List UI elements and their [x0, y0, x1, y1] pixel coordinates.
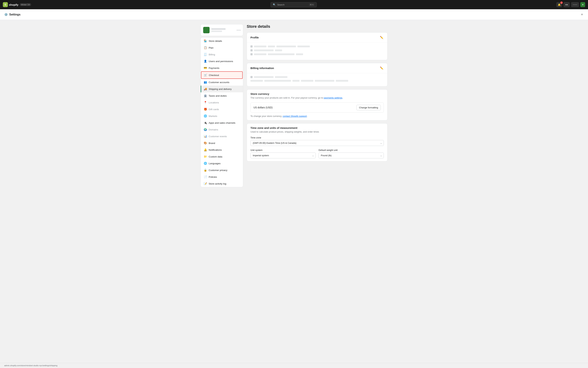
profile-card: Profile ✏️	[247, 32, 387, 60]
change-formatting-button[interactable]: Change formatting	[356, 105, 381, 110]
search-shortcut: ⌘ K	[309, 3, 315, 6]
currency-note: To change your store currency, contact S…	[250, 115, 384, 118]
payments-icon: 💳	[204, 66, 207, 70]
sidebar-item-customer-privacy[interactable]: 🔒 Customer privacy	[201, 167, 243, 174]
units-row: Unit system Imperial system ⌄ Default we…	[250, 149, 384, 158]
profile-blur-row-3	[250, 53, 384, 55]
billing-edit-button[interactable]: ✏️	[379, 66, 384, 70]
sidebar-item-apps-sales[interactable]: 🔌 Apps and sales channels	[201, 120, 243, 126]
sidebar-label-store-activity-log: Store activity log	[209, 182, 226, 185]
sidebar-item-languages[interactable]: 🌐 Languages	[201, 160, 243, 167]
payments-settings-link[interactable]: payments settings	[324, 96, 342, 99]
close-button[interactable]: ×	[580, 12, 584, 17]
plan-icon: 📋	[204, 46, 207, 49]
notifications-nav-icon: 🔔	[204, 148, 207, 151]
shopify-logo: S shopify	[3, 2, 18, 7]
brand-icon: 🎨	[204, 141, 207, 145]
search-bar[interactable]: 🔍 Search ⌘ K	[271, 2, 317, 7]
languages-icon: 🌐	[204, 162, 207, 165]
notif-count: 1	[560, 1, 563, 4]
users-permissions-icon: 👤	[204, 60, 207, 63]
sidebar-item-users-permissions[interactable]: 👤 Users and permissions	[201, 58, 243, 64]
profile-card-title: Profile	[250, 36, 259, 39]
weight-unit-label: Default weight unit	[318, 149, 384, 151]
sidebar-item-policies[interactable]: 📄 Policies	[201, 174, 243, 180]
billing-icon: 🧾	[204, 53, 207, 56]
settings-title-row: ⚙️ Settings	[4, 13, 20, 16]
sidebar-label-store-details: Store details	[209, 40, 222, 42]
sidebar-label-customer-accounts: Customer accounts	[209, 81, 229, 84]
topbar-btn-3[interactable]: ■	[580, 2, 585, 7]
billing-card-header: Billing information ✏️	[247, 63, 387, 73]
sidebar-item-customer-events[interactable]: 📊 Customer events	[201, 133, 243, 140]
store-avatar	[203, 27, 210, 33]
sidebar-label-apps-sales: Apps and sales channels	[209, 121, 235, 124]
sidebar-item-notifications[interactable]: 🔔 Notifications	[201, 147, 243, 153]
profile-edit-button[interactable]: ✏️	[379, 35, 384, 39]
store-currency-desc: The currency your products are sold in. …	[250, 96, 384, 100]
timezone-select[interactable]: (GMT-05:00) Eastern Time (US & Canada)	[250, 140, 384, 146]
sidebar-item-billing[interactable]: 🧾 Billing	[201, 51, 243, 58]
billing-card-body	[247, 73, 387, 86]
settings-title: Settings	[9, 13, 20, 16]
unit-system-label: Unit system	[250, 149, 316, 151]
timezone-select-wrapper: (GMT-05:00) Eastern Time (US & Canada) ⌄	[250, 140, 384, 146]
sidebar-item-store-activity-log[interactable]: 📝 Store activity log	[201, 180, 243, 187]
sidebar-label-policies: Policies	[209, 176, 217, 178]
timezone-card: Time zone and units of measurement Used …	[247, 123, 387, 162]
profile-blur-row-2	[250, 49, 384, 51]
sidebar-label-plan: Plan	[209, 46, 213, 49]
sidebar-label-locations: Locations	[209, 101, 219, 104]
unit-system-group: Unit system Imperial system ⌄	[250, 149, 316, 158]
sidebar-label-notifications: Notifications	[209, 149, 222, 151]
store-header	[201, 24, 243, 36]
store-info	[211, 28, 235, 32]
weight-unit-select[interactable]: Pound (lb)	[318, 153, 384, 158]
topbar-btn-1[interactable]: ●●	[563, 2, 570, 7]
sidebar-label-languages: Languages	[209, 162, 220, 165]
sidebar-label-customer-events: Customer events	[209, 135, 227, 138]
sidebar-label-shipping-delivery: Shipping and delivery	[209, 88, 232, 90]
sidebar-item-plan[interactable]: 📋 Plan	[201, 44, 243, 51]
sidebar-item-markets[interactable]: 🌐 Markets	[201, 113, 243, 120]
sidebar: 🏪 Store details 📋 Plan 🧾 Billing 👤 Users…	[201, 24, 243, 187]
policies-icon: 📄	[204, 175, 207, 178]
profile-blur-row-1	[250, 45, 384, 47]
shopify-logo-icon: S	[3, 2, 8, 7]
sidebar-item-checkout[interactable]: 🛒 Checkout	[201, 71, 243, 79]
notifications-button[interactable]: 🔔 1	[556, 2, 562, 7]
timezone-label: Time zone	[250, 136, 384, 139]
checkout-row-wrapper: 🛒 Checkout	[201, 71, 243, 79]
customer-privacy-icon: 🔒	[204, 168, 207, 172]
settings-gear-icon: ⚙️	[4, 13, 8, 16]
unit-system-select[interactable]: Imperial system	[250, 153, 316, 158]
sidebar-item-shipping-delivery[interactable]: 🚚 Shipping and delivery	[201, 86, 243, 92]
sidebar-item-custom-data[interactable]: 📁 Custom data	[201, 153, 243, 160]
sidebar-item-taxes-duties[interactable]: 🏛️ Taxes and duties	[201, 92, 243, 99]
topbar-left: S shopify Winter '24	[3, 2, 31, 7]
red-arrow-annotation	[201, 71, 201, 79]
statusbar-url: admin.shopify.com/store/mindset-studio-n…	[4, 364, 57, 367]
currency-row: US dollars (USD) Change formatting	[250, 102, 384, 113]
sidebar-item-brand[interactable]: 🎨 Brand	[201, 140, 243, 147]
sidebar-item-gift-cards[interactable]: 🎁 Gift cards	[201, 106, 243, 113]
billing-blur-row-1	[250, 76, 384, 78]
sidebar-label-markets: Markets	[209, 115, 217, 118]
blur-label-1	[250, 45, 253, 47]
checkout-icon: 🛒	[204, 74, 207, 77]
sidebar-item-locations[interactable]: 📍 Locations	[201, 99, 243, 106]
topbar-right: 🔔 1 ●● —— ■	[556, 2, 585, 7]
topbar-btn-2[interactable]: ——	[571, 2, 579, 7]
store-dots	[237, 30, 240, 31]
sidebar-item-domains[interactable]: 🌍 Domains	[201, 126, 243, 133]
sidebar-label-custom-data: Custom data	[209, 155, 222, 158]
currency-note-prefix: To change your store currency,	[250, 115, 283, 118]
sidebar-item-customer-accounts[interactable]: 👥 Customer accounts	[201, 79, 243, 86]
sidebar-item-payments[interactable]: 💳 Payments	[201, 64, 243, 71]
billing-blur-row-2	[250, 80, 384, 82]
sidebar-label-gift-cards: Gift cards	[209, 108, 219, 111]
sidebar-item-store-details[interactable]: 🏪 Store details	[201, 37, 243, 44]
sidebar-label-domains: Domains	[209, 128, 218, 131]
contact-shopify-support-link[interactable]: contact Shopify support	[283, 115, 307, 118]
page-title: Store details	[247, 24, 387, 29]
